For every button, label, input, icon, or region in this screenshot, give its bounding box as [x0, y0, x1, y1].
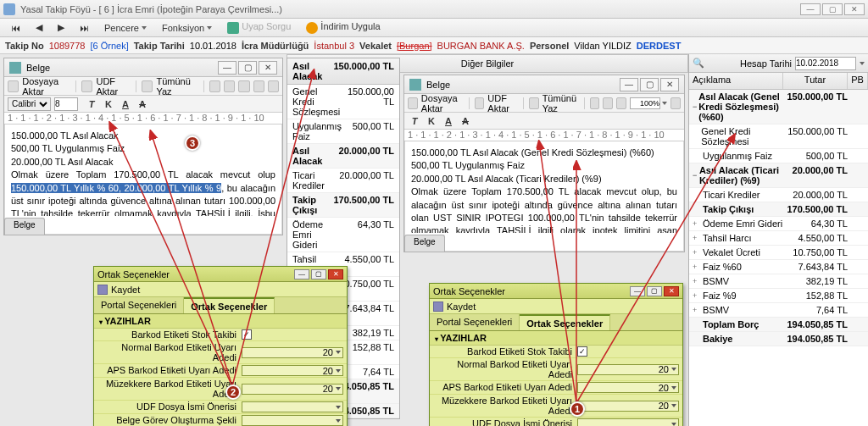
- rp-row[interactable]: +Faiz %9152,88 TL: [689, 289, 868, 303]
- rp-row[interactable]: Toplam Borç194.050,85 TL: [689, 318, 868, 332]
- rp-row[interactable]: Uygulanmış Faiz500,00 TL: [689, 149, 868, 163]
- popup-option-row[interactable]: Normal Barkod Etiketi Uyarı Adedi20: [430, 358, 682, 381]
- popup-option-row[interactable]: Müzekkere Barkod Etiketi Uyarı Adedi20: [94, 378, 347, 401]
- underline-button[interactable]: A: [119, 97, 132, 111]
- ortak-secenekler-popup-left: Ortak Seçenekler — ▢ ✕ Kaydet Portal Seç…: [93, 266, 348, 426]
- popup-option-row[interactable]: UDF Dosya İsmi Önerisi: [430, 418, 682, 426]
- tumunu-yaz-button[interactable]: Tümünü Yaz: [156, 76, 198, 97]
- belge-tab-2[interactable]: Belge: [404, 235, 445, 252]
- strike-button[interactable]: A: [136, 97, 149, 111]
- belge-max-button[interactable]: ▢: [238, 61, 257, 75]
- rp-row[interactable]: +Tahsil Harcı4.550,00 TL: [689, 231, 868, 246]
- app-icon: [3, 3, 15, 15]
- nav-next-button[interactable]: ▶: [52, 19, 70, 36]
- search-icon[interactable]: 🔍: [693, 58, 704, 69]
- document-body-left[interactable]: 150.000,00 TL Asıl Alacak 500,00 TL Uygu…: [4, 124, 282, 216]
- kaydet-button[interactable]: Kaydet: [111, 285, 140, 295]
- redo-icon[interactable]: [238, 80, 249, 92]
- date-dropdown-icon[interactable]: [860, 62, 865, 65]
- dosyaya-aktar-button[interactable]: Dosyaya Aktar: [22, 76, 70, 97]
- bold-button[interactable]: K: [425, 114, 438, 128]
- fontsize-input[interactable]: [54, 97, 78, 111]
- takip-tarihi-value: 10.01.2018: [190, 41, 236, 51]
- redo-icon[interactable]: [616, 97, 626, 109]
- popup-group-yazilar[interactable]: YAZIHLAR: [94, 314, 347, 329]
- popup-close-button[interactable]: ✕: [328, 269, 343, 279]
- belge2-min-button[interactable]: —: [620, 78, 638, 91]
- tab-portal-secenekleri[interactable]: Portal Seçenekleri: [94, 297, 184, 313]
- popup-option-row[interactable]: UDF Dosya İsmi Önerisi: [94, 401, 347, 414]
- link-icon[interactable]: [268, 80, 279, 92]
- popup-option-row[interactable]: Belge Görev Oluşturma Şekli: [94, 414, 347, 426]
- rp-row[interactable]: −Asıl Alacak (Genel Kredi Sözleşmesi) (%…: [689, 90, 868, 124]
- rp-row[interactable]: −Asıl Alacak (Ticari Krediler) (%9)20.00…: [689, 163, 868, 188]
- popup-option-row[interactable]: Normal Barkod Etiketi Uyarı Adedi20: [94, 341, 347, 364]
- link-icon[interactable]: [670, 97, 681, 109]
- underline-button[interactable]: A: [442, 114, 455, 128]
- popup-group-yazilar-2[interactable]: YAZIHLAR: [430, 331, 682, 346]
- popup-option-row[interactable]: APS Barkod Etiketi Uyarı Adedi20: [94, 364, 347, 378]
- tab-portal-secenekleri-2[interactable]: Portal Seçenekleri: [430, 314, 520, 330]
- rp-row[interactable]: +Faiz %607.643,84 TL: [689, 260, 868, 274]
- personel-value: Vildan YILDIZ: [574, 41, 631, 51]
- belge2-close-button[interactable]: ✕: [660, 78, 679, 91]
- bold-button[interactable]: K: [102, 97, 115, 111]
- kaydet-button-2[interactable]: Kaydet: [447, 302, 476, 312]
- popup2-max-button[interactable]: ▢: [647, 286, 662, 296]
- udf-aktar-button[interactable]: UDF Aktar: [96, 76, 131, 97]
- nav-first-button[interactable]: ⏮: [5, 20, 26, 36]
- popup-option-row[interactable]: Barkod Etiketi Stok Takibi✓: [430, 346, 682, 358]
- document-body-right[interactable]: 150.000,00 TL Asıl Alacak (Genel Kredi S…: [404, 141, 684, 233]
- export-icon[interactable]: [408, 97, 418, 109]
- indirim-uygula-button[interactable]: İndirim Uygula: [300, 19, 386, 36]
- clip-icon[interactable]: [253, 80, 264, 92]
- tab-ortak-secenekler[interactable]: Ortak Seçenekler: [184, 297, 275, 313]
- belge-tab[interactable]: Belge: [4, 218, 45, 235]
- rp-row[interactable]: +Vekalet Ücreti10.750,00 TL: [689, 246, 868, 260]
- nav-last-button[interactable]: ⏭: [74, 20, 95, 36]
- print-icon[interactable]: [142, 80, 153, 92]
- window-close-button[interactable]: ✕: [844, 3, 865, 15]
- vekalet-link[interactable]: [Burgan]: [397, 41, 432, 51]
- font-select[interactable]: Calibri: [8, 97, 51, 111]
- rp-row[interactable]: Genel Kredi Sözleşmesi150.000,00 TL: [689, 124, 868, 149]
- italic-button[interactable]: T: [85, 97, 98, 111]
- popup-option-row[interactable]: Müzekkere Barkod Etiketi Uyarı Adedi20: [430, 395, 682, 418]
- fonksiyon-menu[interactable]: Fonksiyon: [156, 20, 218, 36]
- popup-max-button[interactable]: ▢: [311, 269, 326, 279]
- popup-min-button[interactable]: —: [294, 269, 309, 279]
- udf-icon[interactable]: [81, 80, 92, 92]
- strike-button[interactable]: A: [459, 114, 472, 128]
- undo-icon[interactable]: [603, 97, 613, 109]
- print2-icon[interactable]: [209, 80, 220, 92]
- belge2-max-button[interactable]: ▢: [640, 78, 659, 91]
- vekalet-label: Vekalet: [359, 41, 392, 51]
- belge-close-button[interactable]: ✕: [259, 61, 277, 75]
- rp-row[interactable]: +BSMV382,19 TL: [689, 274, 868, 289]
- italic-button[interactable]: T: [408, 114, 421, 128]
- popup2-close-button[interactable]: ✕: [664, 286, 679, 296]
- popup-option-row[interactable]: APS Barkod Etiketi Uyarı Adedi20: [430, 381, 682, 395]
- export-icon[interactable]: [8, 80, 19, 92]
- rp-row[interactable]: +BSMV7,64 TL: [689, 303, 868, 318]
- rp-row[interactable]: Ticari Krediler20.000,00 TL: [689, 188, 868, 202]
- rp-row[interactable]: Bakiye194.050,85 TL: [689, 332, 868, 346]
- udf-icon[interactable]: [475, 97, 485, 109]
- rp-row[interactable]: Takip Çıkışı170.500,00 TL: [689, 202, 868, 217]
- nav-prev-button[interactable]: ◀: [30, 19, 48, 36]
- rp-row[interactable]: +Ödeme Emri Gideri64,30 TL: [689, 217, 868, 231]
- print-icon[interactable]: [529, 97, 539, 109]
- window-min-button[interactable]: —: [800, 3, 821, 15]
- undo-icon[interactable]: [224, 80, 235, 92]
- tab-ortak-secenekler-2[interactable]: Ortak Seçenekler: [520, 314, 610, 330]
- belge-min-button[interactable]: —: [218, 61, 236, 75]
- pencere-menu[interactable]: Pencere: [98, 20, 153, 36]
- print2-icon[interactable]: [590, 97, 600, 109]
- popup2-min-button[interactable]: —: [630, 286, 645, 296]
- hesap-tarihi-input[interactable]: [795, 57, 856, 70]
- zoom-input[interactable]: [630, 97, 660, 109]
- popup-option-row[interactable]: Barkod Etiketi Stok Takibi✓: [94, 329, 347, 341]
- window-max-button[interactable]: ▢: [822, 3, 843, 15]
- takip-tarihi-label: Takip Tarihi: [134, 41, 185, 51]
- ruler: 1 · 1 · 1 · 2 · 1 · 3 · 1 · 4 · 1 · 5 · …: [4, 113, 282, 124]
